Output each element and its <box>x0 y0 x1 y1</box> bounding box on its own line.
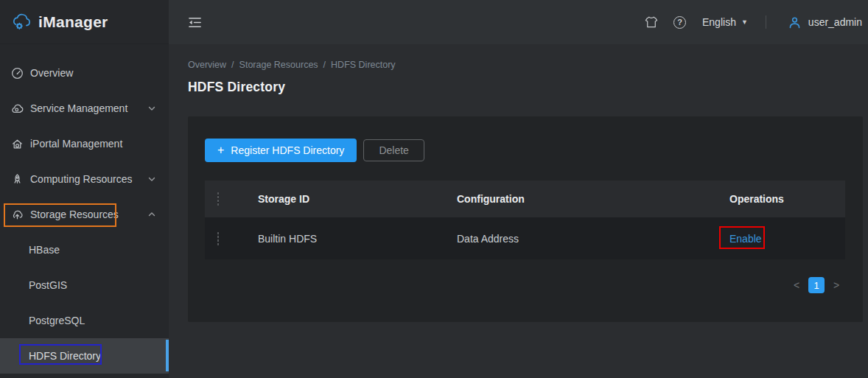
topbar: ? English ▼ user_admin <box>169 0 868 44</box>
chevron-down-icon <box>147 104 156 113</box>
cloud-upload-icon <box>11 209 24 221</box>
chevron-down-icon <box>147 175 156 183</box>
help-icon[interactable]: ? <box>673 16 686 29</box>
row-checkbox[interactable] <box>217 232 219 245</box>
storage-id-cell: Builtin HDFS <box>258 233 457 245</box>
breadcrumb-separator: / <box>323 60 326 70</box>
sidebar-item-label: iPortal Management <box>30 138 122 150</box>
cloud-gear-logo-icon <box>10 12 32 32</box>
gauge-icon <box>11 67 24 80</box>
enable-link[interactable]: Enable <box>729 233 762 245</box>
sidebar-item-storage-resources[interactable]: Storage Resources <box>0 197 169 232</box>
app-logo: iManager <box>0 0 169 44</box>
register-hdfs-directory-button[interactable]: + Register HDFS Directory <box>205 139 357 162</box>
sidebar-item-hdfs-directory[interactable]: HDFS Directory <box>0 338 169 374</box>
main-content: Overview / Storage Resources / HDFS Dire… <box>169 44 868 378</box>
portal-home-icon <box>11 138 24 150</box>
sidebar-item-iportal-management[interactable]: iPortal Management <box>0 126 169 161</box>
column-header-operations: Operations <box>729 193 845 205</box>
language-label: English <box>702 16 736 28</box>
pagination-next-icon[interactable]: > <box>831 279 841 291</box>
sidebar: iManager Overview Service Manage <box>0 0 169 378</box>
delete-button[interactable]: Delete <box>363 139 424 161</box>
menu-fold-icon[interactable] <box>187 15 203 30</box>
user-menu[interactable]: user_admin <box>788 15 862 29</box>
cloud-service-icon <box>11 102 24 115</box>
breadcrumb-item-overview[interactable]: Overview <box>188 60 226 70</box>
sidebar-item-label: PostGIS <box>29 279 67 291</box>
plus-icon: + <box>217 144 224 157</box>
sidebar-item-overview[interactable]: Overview <box>0 55 169 91</box>
column-header-storage-id: Storage ID <box>258 193 457 205</box>
pagination-prev-icon[interactable]: < <box>791 279 802 291</box>
sidebar-item-postgis[interactable]: PostGIS <box>0 267 169 303</box>
imanager-app: iManager Overview Service Manage <box>0 0 868 378</box>
breadcrumb-item-hdfs-directory: HDFS Directory <box>331 60 396 70</box>
sidebar-item-label: HBase <box>29 244 60 256</box>
page-title: HDFS Directory <box>169 70 868 95</box>
language-switcher[interactable]: English ▼ <box>702 16 748 28</box>
sidebar-item-label: Storage Resources <box>30 209 119 220</box>
sidebar-item-service-management[interactable]: Service Management <box>0 91 169 126</box>
pagination: < 1 > <box>188 277 863 293</box>
column-header-configuration: Configuration <box>457 193 729 205</box>
sidebar-item-label: Overview <box>30 67 73 79</box>
sidebar-item-label: PostgreSQL <box>29 315 85 326</box>
table-header-row: Storage ID Configuration Operations <box>205 181 845 217</box>
storage-table: Storage ID Configuration Operations Buil… <box>205 181 845 259</box>
configuration-cell: Data Address <box>457 233 729 245</box>
topbar-divider <box>766 15 766 29</box>
toolbar: + Register HDFS Directory Delete <box>188 116 863 162</box>
sidebar-item-hbase[interactable]: HBase <box>0 232 169 267</box>
sidebar-nav: Overview Service Management <box>0 55 169 374</box>
topbar-right-group: ? English ▼ user_admin <box>644 15 868 29</box>
pagination-page-1[interactable]: 1 <box>808 277 825 293</box>
username: user_admin <box>808 16 862 28</box>
breadcrumb-item-storage-resources[interactable]: Storage Resources <box>239 60 318 70</box>
register-button-label: Register HDFS Directory <box>231 144 344 156</box>
theme-tshirt-icon[interactable] <box>644 15 659 29</box>
sidebar-item-label: HDFS Directory <box>29 350 101 362</box>
chevron-up-icon <box>147 210 156 219</box>
user-icon <box>788 15 802 29</box>
table-row: Builtin HDFS Data Address Enable <box>205 217 845 259</box>
sidebar-item-postgresql[interactable]: PostgreSQL <box>0 303 169 338</box>
hdfs-directory-panel: + Register HDFS Directory Delete Storage… <box>188 116 863 322</box>
breadcrumb-separator: / <box>231 60 234 70</box>
caret-down-icon: ▼ <box>741 18 748 26</box>
sidebar-item-label: Computing Resources <box>30 173 133 185</box>
rocket-icon <box>11 173 24 186</box>
select-all-checkbox[interactable] <box>217 192 219 206</box>
help-glyph: ? <box>677 18 682 27</box>
sidebar-item-label: Service Management <box>30 102 127 114</box>
sidebar-item-computing-resources[interactable]: Computing Resources <box>0 161 169 197</box>
app-title: iManager <box>38 13 108 31</box>
breadcrumb: Overview / Storage Resources / HDFS Dire… <box>169 44 868 70</box>
